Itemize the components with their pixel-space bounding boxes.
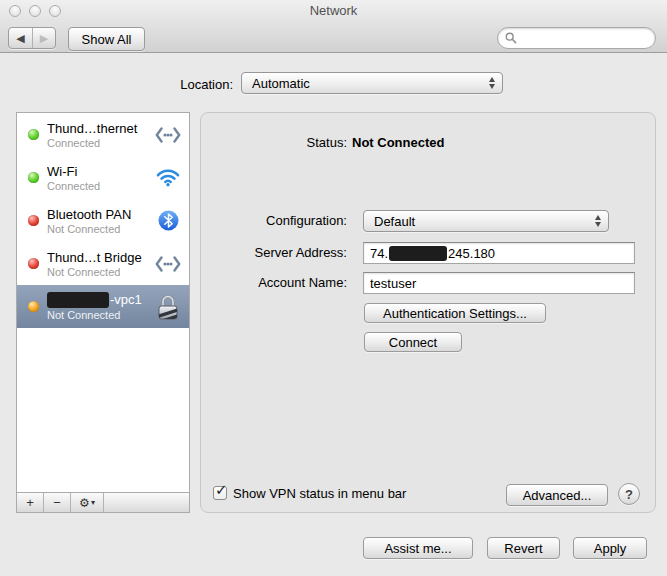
sidebar-item-vpn-selected[interactable]: -vpc1 Not Connected [17,285,189,328]
interfaces-list: Thund…thernet Connected Wi-Fi Connected [16,112,190,493]
sidebar-item-thunderbolt-bridge[interactable]: Thund…t Bridge Not Connected [17,242,189,285]
status-dot-idle [28,301,39,312]
server-address-field[interactable]: 74. 245.180 [363,242,635,264]
redacted-text [47,292,109,308]
location-popup[interactable]: Automatic [241,72,503,94]
title-bar: Network ◀ ▶ Show All [0,0,667,53]
popup-stepper-icon [595,215,603,227]
authentication-settings-button[interactable]: Authentication Settings... [364,303,546,323]
help-button[interactable]: ? [618,483,640,505]
redacted-text [389,246,447,261]
interface-name: Bluetooth PAN [47,207,152,222]
window-title: Network [0,3,667,18]
checkmark-icon: ✓ [215,481,228,499]
account-name-field[interactable] [363,272,635,294]
interface-name: -vpc1 [47,292,152,308]
network-preferences-window: Network ◀ ▶ Show All Location: Automatic… [0,0,667,576]
interface-status: Not Connected [47,309,152,321]
interface-name: Thund…thernet [47,121,152,136]
sidebar-item-thunderbolt-ethernet[interactable]: Thund…thernet Connected [17,113,189,156]
status-dot-connected [28,172,39,183]
status-dot-not-connected [28,258,39,269]
apply-button[interactable]: Apply [573,537,647,559]
status-dot-not-connected [28,215,39,226]
show-all-button[interactable]: Show All [68,27,145,51]
gear-icon: ⚙ [79,496,90,510]
chevron-down-icon: ▾ [91,498,95,507]
forward-button[interactable]: ▶ [32,28,55,48]
status-label: Status: [201,135,347,150]
sidebar-item-bluetooth-pan[interactable]: Bluetooth PAN Not Connected [17,199,189,242]
search-icon [505,32,517,44]
popup-stepper-icon [489,77,497,89]
assist-me-button[interactable]: Assist me... [363,537,473,559]
interface-status: Not Connected [47,266,152,278]
account-name-label: Account Name: [201,275,347,290]
server-address-prefix: 74. [370,246,388,261]
back-button[interactable]: ◀ [9,28,32,48]
revert-button[interactable]: Revert [487,537,560,559]
search-input[interactable] [517,31,655,45]
connect-button[interactable]: Connect [364,332,462,352]
action-menu-button[interactable]: ⚙▾ [71,493,104,512]
status-value: Not Connected [352,135,444,150]
server-address-suffix: 245.180 [448,246,495,261]
show-vpn-status-checkbox[interactable]: ✓ [213,486,227,500]
interface-status: Not Connected [47,223,152,235]
remove-interface-button[interactable]: − [44,493,71,512]
bluetooth-icon [152,210,184,231]
vpn-lock-icon [152,293,184,321]
status-dot-connected [28,129,39,140]
configuration-popup[interactable]: Default [363,210,609,232]
interface-list-toolbar: + − ⚙▾ [16,492,190,513]
show-vpn-status-row: ✓ Show VPN status in menu bar [213,484,406,501]
show-vpn-status-label: Show VPN status in menu bar [233,484,406,501]
interface-status: Connected [47,180,152,192]
interface-status: Connected [47,137,152,149]
search-field[interactable] [497,27,656,49]
location-label: Location: [0,77,233,92]
nav-history-control: ◀ ▶ [8,27,56,49]
ethernet-icon [152,256,184,272]
location-popup-value: Automatic [252,76,310,91]
server-address-label: Server Address: [201,245,347,260]
configuration-popup-value: Default [374,214,415,229]
interface-name: Thund…t Bridge [47,250,152,265]
vpn-settings-panel: Status: Not Connected Configuration: Def… [200,112,656,513]
configuration-label: Configuration: [201,213,347,228]
wifi-icon [152,169,184,187]
interface-name: Wi-Fi [47,164,152,179]
ethernet-icon [152,127,184,143]
sidebar-item-wifi[interactable]: Wi-Fi Connected [17,156,189,199]
advanced-button[interactable]: Advanced... [506,484,608,506]
add-interface-button[interactable]: + [17,493,44,512]
